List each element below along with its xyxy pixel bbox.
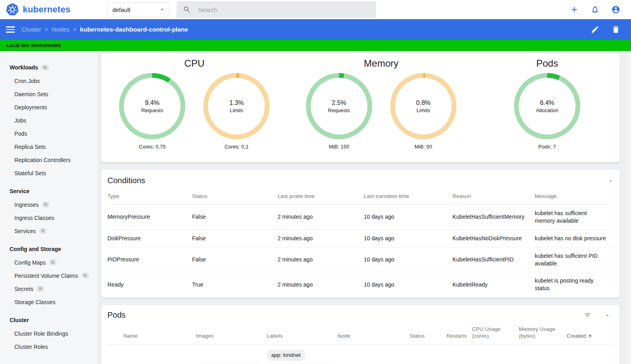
column-header: CPU Usage (cores) [472,326,519,340]
donut-percent: 0.8% [416,99,431,107]
menu-icon[interactable] [6,25,16,34]
search-icon [183,6,191,14]
conditions-title: Conditions [107,176,145,185]
column-header: Last transition time [364,193,452,199]
table-row: PIDPressure False 2 minutes ago 10 days … [107,247,613,273]
sidebar-item-config-maps[interactable]: Config MapsN [0,256,98,269]
new-badge: N [49,259,57,265]
column-header: Status [192,193,278,199]
condition-reason: KubeletHasSufficientPID [452,256,535,263]
search-bar[interactable] [177,1,376,18]
chart-group-title-cpu: CPU [101,58,288,69]
brand-wordmark: kubernetes [23,4,70,15]
filter-pods-button[interactable] [584,312,591,319]
new-badge: N [39,228,47,234]
donut-label: Limits [417,107,430,113]
pods-card: Pods Name Images Labels Node Status Rest… [101,305,620,364]
condition-status: False [192,256,278,263]
condition-message: kubelet has sufficient PID available [535,252,613,267]
condition-transition-time: 10 days ago [364,256,452,263]
table-row: Ready True 2 minutes ago 10 days ago Kub… [107,272,613,297]
column-header: Type [107,193,192,199]
sidebar-item-secrets[interactable]: SecretsN [0,282,98,295]
column-header: Restarts [446,333,472,340]
condition-type: PIDPressure [107,256,192,263]
table-row: MemoryPressure False 2 minutes ago 10 da… [107,205,613,230]
new-badge: N [36,286,44,292]
sidebar-item-ingress-classes[interactable]: Ingress Classes [0,211,98,224]
sidebar-item-stateful-sets[interactable]: Stateful Sets [0,166,98,180]
search-input[interactable] [198,6,358,13]
page-title: kubernetes-dashboard-control-plane [80,26,188,33]
column-header: Last probe time [278,193,364,199]
donut-memory-requests: 2.5% Requests MiB: 150 [306,73,372,162]
sidebar-item-pods[interactable]: Pods [0,127,98,140]
donut-memory-limits: 0.8% Limits MiB: 50 [390,73,456,162]
donut-percent: 2.5% [332,99,346,107]
sidebar-item-cluster-roles[interactable]: Cluster Roles [0,340,98,353]
sidebar-item-replication-controllers[interactable]: Replication Controllers [0,153,98,166]
condition-transition-time: 10 days ago [364,235,452,242]
kubernetes-logo[interactable]: kubernetes [6,3,70,16]
delete-resource-button[interactable] [611,25,621,34]
collapse-pods-button[interactable] [605,313,610,318]
edit-resource-button[interactable] [590,25,600,34]
cpu-chart-group: CPU 9.4% Requests Cores: 0,75 [101,55,288,162]
sidebar-item-deployments[interactable]: Deployments [0,101,98,114]
sidebar-item-cluster-role-bindings[interactable]: Cluster Role Bindings [0,327,98,340]
sidebar-item-jobs[interactable]: Jobs [0,114,98,127]
donut-footer: Cores: 0,75 [139,144,166,150]
pencil-icon [591,25,599,34]
condition-reason: KubeletHasNoDiskPressure [452,235,535,242]
condition-status: False [192,213,278,221]
condition-message: kubelet is posting ready status [535,277,613,292]
pods-chart-group: Pods 6.4% Allocation Pods: 7 [474,55,620,162]
donut-ring: 2.5% Requests [306,73,372,139]
column-header: Message [535,193,613,199]
account-button[interactable] [611,5,621,14]
top-app-bar: kubernetes default [0,0,631,19]
sidebar-item-replica-sets[interactable]: Replica Sets [0,140,98,153]
sidebar-item-daemon-sets[interactable]: Daemon Sets [0,87,98,101]
sidebar-heading-label: Workloads [10,64,38,71]
breadcrumb-separator: > [45,26,48,33]
sidebar-heading-label: Service [10,188,30,194]
column-header-created-sort[interactable]: Created [567,333,609,340]
environment-banner-text: Local dev environment [6,43,61,48]
donut-footer: MiB: 150 [329,144,349,150]
pods-table-header: Name Images Labels Node Status Restarts … [107,320,613,345]
conditions-table-header: Type Status Last probe time Last transit… [107,185,613,205]
environment-banner: Local dev environment [0,40,631,51]
chevron-down-icon [159,6,166,13]
namespace-value: default [112,6,159,13]
collapse-conditions-button[interactable] [608,178,613,184]
namespace-selector[interactable]: default [107,2,169,17]
sidebar-item-workloads[interactable]: Workloads N [0,61,98,74]
breadcrumb-cluster[interactable]: Cluster [22,26,41,33]
condition-type: Ready [107,281,192,289]
donut-footer: Pods: 7 [538,144,556,150]
memory-chart-group: Memory 2.5% Requests MiB: 150 [288,55,475,162]
sidebar-item-storage-classes[interactable]: Storage Classes [0,295,98,309]
sort-arrow-up-icon [587,334,593,339]
notifications-button[interactable] [590,5,600,14]
sidebar-heading-config-and-storage: Config and Storage [0,242,98,256]
new-badge: N [81,273,89,279]
sidebar-item-persistent-volume-claims[interactable]: Persistent Volume ClaimsN [0,269,98,282]
sidebar-item-ingresses[interactable]: IngressesN [0,198,98,211]
scrollbar[interactable] [627,51,631,364]
create-resource-button[interactable] [569,5,579,14]
donut-ring: 1.3% Limits [203,73,270,139]
trash-icon [611,25,620,34]
sidebar-heading-label: Config and Storage [10,246,61,252]
donut-percent: 9.4% [145,99,159,107]
sidebar-item-cron-jobs[interactable]: Cron Jobs [0,74,98,87]
sidebar-item-services[interactable]: ServicesN [0,224,98,237]
breadcrumb-nodes[interactable]: Nodes [52,26,69,33]
plus-icon [570,5,579,14]
column-header: Status [409,333,446,340]
sidebar-heading-label: Cluster [10,317,29,323]
condition-type: DiskPressure [107,235,192,242]
table-row: kindnet-fmj8d docker.io/kindest/kindnetd… [107,345,613,364]
kubernetes-wheel-icon [6,3,19,16]
